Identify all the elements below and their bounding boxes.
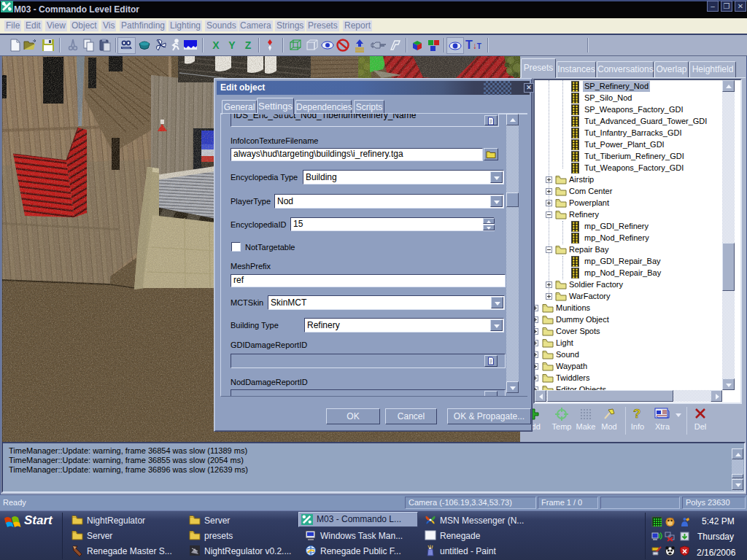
svg-text:?: ? (633, 407, 640, 421)
